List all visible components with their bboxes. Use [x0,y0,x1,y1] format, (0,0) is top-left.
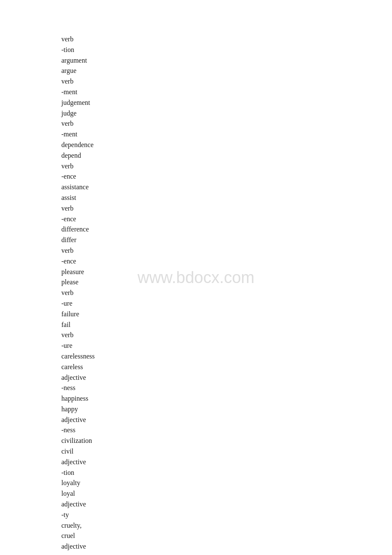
list-item: please [61,277,392,288]
list-item: verb [61,119,392,129]
list-item: -ment [61,129,392,140]
list-item: verb [61,76,392,87]
list-item: cruelty, [61,520,392,531]
list-item: loyalty [61,478,392,489]
list-item: -ure [61,298,392,309]
list-item: -ure [61,341,392,351]
list-item: judge [61,108,392,119]
list-item: happiness [61,393,392,404]
list-item: -ence [61,256,392,267]
list-item: -ment [61,87,392,98]
list-item: -ness [61,383,392,393]
list-item: pleasure [61,267,392,278]
list-item: argument [61,55,392,66]
list-item: difference [61,224,392,235]
list-item: adjective [61,499,392,510]
list-item: civil [61,446,392,457]
list-item: verb [61,330,392,341]
list-item: adjective [61,373,392,383]
list-item: fail [61,320,392,330]
list-item: assistance [61,182,392,193]
list-item: cruel [61,531,392,541]
list-item: civilization [61,436,392,446]
list-item: -ence [61,214,392,225]
list-item: failure [61,309,392,320]
list-item: loyal [61,489,392,499]
list-item: happy [61,404,392,415]
list-item: -ence [61,171,392,182]
list-item: verb [61,203,392,214]
list-item: assist [61,193,392,203]
list-item: careless [61,362,392,373]
main-content: verb-tionargumentargueverb-mentjudgement… [0,0,392,555]
list-item: -tion [61,45,392,55]
list-item: dependence [61,140,392,150]
list-item: verb [61,161,392,172]
list-item: adjective [61,541,392,552]
list-item: verb [61,246,392,256]
list-item: -ness [61,425,392,436]
list-item: verb [61,34,392,45]
list-item: -ty [61,552,392,555]
list-item: judgement [61,98,392,108]
list-item: adjective [61,415,392,425]
list-item: -tion [61,468,392,478]
list-item: argue [61,66,392,76]
list-item: adjective [61,457,392,468]
list-item: depend [61,150,392,161]
list-item: carelessness [61,351,392,362]
list-item: -ty [61,510,392,520]
list-item: verb [61,288,392,298]
list-item: differ [61,235,392,246]
